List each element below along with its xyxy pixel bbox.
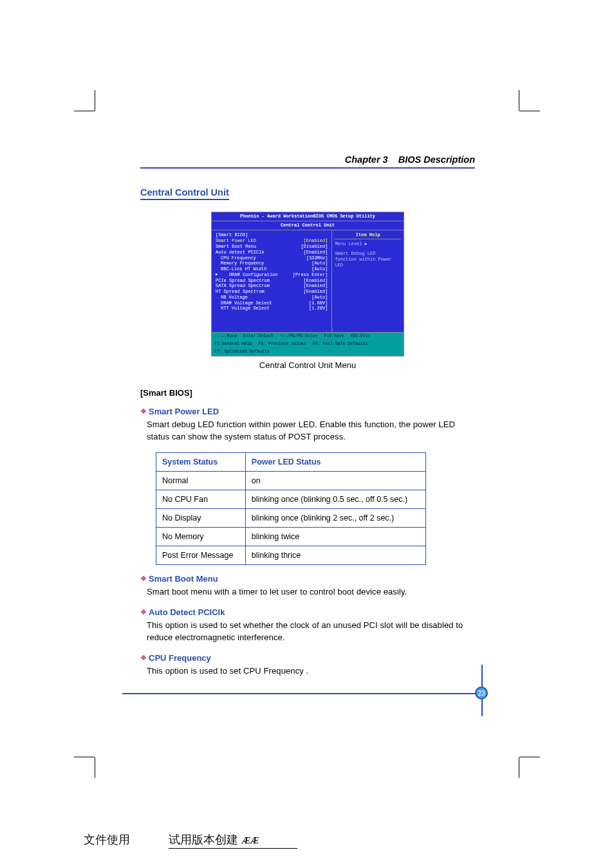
bios-setting-label: Smart Power LED [216,238,256,244]
bios-setting-row: HTT Voltage Select[1.20V] [216,306,328,311]
bios-footer-key: ↑↓→←:Move [214,334,237,339]
chapter-header: Chapter 3 BIOS Description [140,154,475,169]
bios-setting-value: [Enabled] [304,283,328,289]
bios-setting-label: CPU Frequency [216,255,256,261]
bios-setting-row: SATA Spread Spectrum[Enabled] [216,283,328,289]
page-number: 23 [475,687,488,699]
bios-caption: Central Control Unit Menu [140,360,475,370]
bios-footer-key: F6: Fail-Safe Defaults [313,342,368,347]
bios-body: [Smart BIOS] Smart Power LED[Enabled]Sma… [211,230,404,333]
bios-setting-label: PCIe Spread Spectrum [216,278,270,284]
bios-setting-value: [Auto] [312,261,328,266]
bios-setting-label: Memory Frequency [216,261,264,266]
bios-group-label: [Smart BIOS] [216,232,328,238]
bios-footer-key: Enter:Select [243,334,274,339]
bios-setting-value: [Press Enter] [293,272,328,278]
bios-setting-value: [Disabled] [301,244,328,250]
item-head-smart-boot-menu: ❖Smart Boot Menu [140,574,475,584]
bios-help-line-3: LED [335,263,401,268]
bios-setting-value: [1.80V] [309,300,328,306]
footer-mid-group: 试用版本创建 ÆÆ [169,832,297,849]
bios-footer-key: +/-/PU/PD:Value [280,334,318,339]
bios-setting-row: Auto detect PCIClk[Enabled] [216,250,328,255]
item-body-auto-detect-pciclk: This option is used to set whether the c… [147,620,475,644]
bios-setting-row: DRAM Voltage Select[1.80V] [216,300,328,306]
table-header-system-status: System Status [156,453,246,472]
table-cell: Post Error Message [156,546,246,565]
item-body-cpu-frequency: This option is used to set CPU Frequency… [147,665,475,678]
footer-left: 文件使用 [84,832,130,847]
table-cell: No CPU Fan [156,490,246,509]
diamond-icon: ❖ [140,608,147,616]
item-title: Auto Detect PCIClk [149,607,225,617]
bios-setting-row: Smart Power LED[Enabled] [216,238,328,244]
bios-help-line-1: Smart Debug LED [335,251,401,257]
bios-setting-label: HTT Voltage Select [216,306,270,311]
bios-setting-row: BBC-Link HT Width[Auto] [216,266,328,272]
table-cell: blinking twice [245,528,425,546]
footer-mid: 试用版本创建 [169,832,238,847]
table-row: No Memoryblinking twice [156,528,426,546]
diamond-icon: ❖ [140,575,147,582]
bios-screenshot: Phoenix - Award WorkstationBIOS CMOS Set… [211,212,404,356]
bios-setting-label: BBC-Link HT Width [216,266,266,272]
bios-footer-key: F7: Optimized Defaults [214,349,270,355]
bios-setting-label: Smart Boot Menu [216,244,256,250]
item-head-auto-detect-pciclk: ❖Auto Detect PCIClk [140,607,475,617]
table-cell: on [245,472,425,490]
table-header-power-led-status: Power LED Status [245,453,425,472]
diamond-icon: ❖ [140,654,147,661]
bios-setting-value: [333MHz] [306,255,328,261]
item-head-cpu-frequency: ❖CPU Frequency [140,653,475,663]
bios-setting-row: PCIe Spread Spectrum[Enabled] [216,278,328,284]
table-cell: No Memory [156,528,246,546]
footer: 文件使用 试用版本创建 ÆÆ [84,832,530,849]
bios-settings-pane: [Smart BIOS] Smart Power LED[Enabled]Sma… [212,230,331,333]
table-row: No Displayblinking once (blinking 2 sec.… [156,509,426,528]
bios-footer-key: F5: Previous Values [259,342,306,347]
bios-setting-row: Smart Boot Menu[Disabled] [216,244,328,250]
item-body-smart-power-led: Smart debug LED function within power LE… [147,419,475,443]
section-label: [Smart BIOS] [140,388,475,398]
bios-footer-key: F10:Save [324,334,344,339]
bios-footer-key: F1:General Help [214,342,252,347]
item-title: Smart Power LED [149,407,219,416]
bios-help-pane: Item Help Menu Level ▶ Smart Debug LED f… [331,230,404,333]
bios-setting-value: [Enabled] [304,250,328,255]
bios-setting-label: Auto detect PCIClk [216,250,265,255]
bios-setting-row: DRAM Configuration[Press Enter] [216,272,328,278]
table-cell: blinking once (blinking 0.5 sec., off 0.… [245,490,425,509]
bios-setting-value: [1.20V] [309,306,328,311]
page: Chapter 3 BIOS Description Central Contr… [0,0,614,868]
table-row: No CPU Fanblinking once (blinking 0.5 se… [156,490,426,509]
table-row: Normalon [156,472,426,490]
bios-setting-label: HT Spread Spectrum [216,289,265,295]
table-cell: Normal [156,472,246,490]
chapter-title: BIOS Description [398,154,475,165]
bios-setting-value: [Enabled] [304,289,328,295]
footer-brand: ÆÆ [242,836,259,846]
item-head-smart-power-led: ❖Smart Power LED [140,407,475,416]
bios-help-header: Item Help [335,232,401,240]
bios-title-1: Phoenix - Award WorkstationBIOS CMOS Set… [211,212,404,221]
bios-menu-level: Menu Level ▶ [335,241,401,247]
bios-setting-row: Memory Frequency[Auto] [216,261,328,266]
bios-title-2: Central Control Unit [211,221,404,230]
bios-footer-key: ESC:Exit [351,334,371,339]
bios-setting-label: SATA Spread Spectrum [216,283,270,289]
bios-setting-row: NB Voltage[Auto] [216,295,328,300]
bios-setting-label: DRAM Voltage Select [216,300,272,306]
chapter-number: Chapter 3 [345,154,388,165]
bios-setting-row: HT Spread Spectrum[Enabled] [216,289,328,295]
diamond-icon: ❖ [140,407,147,415]
bios-help-line-2: function within Power [335,257,401,263]
bios-setting-label: DRAM Configuration [229,272,278,278]
item-body-smart-boot-menu: Smart boot menu with a timer to let user… [147,586,475,598]
bios-setting-value: [Enabled] [304,238,328,244]
table-cell: blinking once (blinking 2 sec., off 2 se… [245,509,425,528]
section-heading: Central Control Unit [140,187,229,200]
bios-setting-value: [Enabled] [304,278,328,284]
power-led-status-table: System Status Power LED Status NormalonN… [156,452,426,565]
table-cell: blinking thrice [245,546,425,565]
item-title: CPU Frequency [149,653,211,663]
